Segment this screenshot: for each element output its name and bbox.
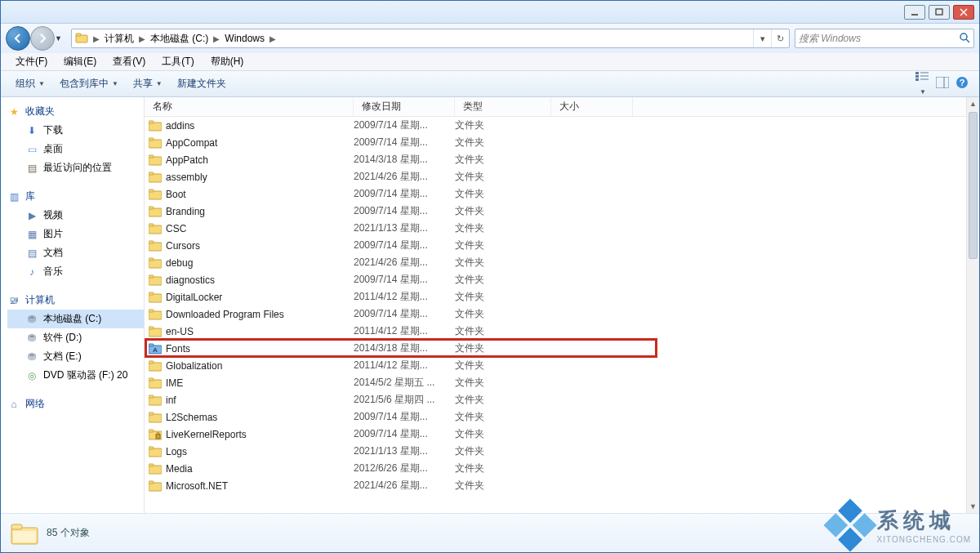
file-row[interactable]: Microsoft.NET2021/4/26 星期...文件夹: [145, 477, 966, 494]
close-button[interactable]: [953, 5, 974, 20]
help-button[interactable]: ?: [953, 76, 971, 91]
file-type: 文件夹: [455, 187, 551, 201]
file-row[interactable]: AppPatch2014/3/18 星期...文件夹: [145, 151, 966, 168]
file-date: 2021/4/26 星期...: [354, 256, 455, 270]
col-name[interactable]: 名称: [145, 97, 354, 116]
nav-item-recent[interactable]: ▤最近访问的位置: [7, 158, 144, 177]
file-date: 2021/4/26 星期...: [354, 479, 455, 493]
file-type: 文件夹: [455, 239, 551, 252]
favorites-header[interactable]: ★ 收藏夹: [7, 102, 144, 121]
file-date: 2014/3/18 星期...: [354, 341, 455, 355]
menu-tools[interactable]: 工具(T): [155, 53, 200, 70]
file-row[interactable]: AppCompat2009/7/14 星期...文件夹: [145, 134, 966, 151]
file-row[interactable]: inf2021/5/6 星期四 ...文件夹: [145, 391, 966, 408]
file-row[interactable]: assembly2021/4/26 星期...文件夹: [145, 168, 966, 185]
file-name: Branding: [166, 206, 354, 217]
file-date: 2011/4/12 星期...: [354, 290, 455, 304]
search-box[interactable]: 搜索 Windows: [795, 29, 974, 48]
search-placeholder: 搜索 Windows: [799, 32, 861, 46]
network-header[interactable]: ⌂ 网络: [7, 395, 144, 413]
svg-rect-10: [915, 78, 919, 81]
file-row[interactable]: addins2009/7/14 星期...文件夹: [145, 117, 966, 134]
organize-button[interactable]: 组织▼: [9, 74, 51, 94]
file-row[interactable]: LiveKernelReports2009/7/14 星期...文件夹: [145, 426, 966, 443]
file-row[interactable]: IME2014/5/2 星期五 ...文件夹: [145, 374, 966, 391]
file-row[interactable]: diagnostics2009/7/14 星期...文件夹: [145, 271, 966, 288]
scroll-down-arrow[interactable]: ▼: [967, 500, 979, 513]
svg-rect-8: [915, 72, 919, 74]
nav-item-desktop[interactable]: ▭桌面: [7, 140, 144, 158]
share-button[interactable]: 共享▼: [127, 74, 169, 94]
menu-help[interactable]: 帮助(H): [204, 53, 251, 70]
address-bar[interactable]: ▶ 计算机 ▶ 本地磁盘 (C:) ▶ Windows ▶ ▾ ↻: [71, 29, 790, 48]
nav-item-drive-d[interactable]: ⛃软件 (D:): [7, 328, 144, 347]
file-row[interactable]: en-US2011/4/12 星期...文件夹: [145, 323, 966, 340]
file-row[interactable]: Logs2021/1/13 星期...文件夹: [145, 443, 966, 460]
file-row[interactable]: Boot2009/7/14 星期...文件夹: [145, 185, 966, 203]
desktop-icon: ▭: [25, 143, 38, 156]
nav-history-dropdown[interactable]: ▼: [55, 34, 66, 42]
file-row[interactable]: debug2021/4/26 星期...文件夹: [145, 254, 966, 271]
col-date[interactable]: 修改日期: [354, 97, 455, 116]
libraries-header[interactable]: ▥ 库: [7, 187, 144, 206]
nav-item-drive-e[interactable]: ⛃文档 (E:): [7, 347, 144, 366]
menu-view[interactable]: 查看(V): [106, 53, 152, 70]
back-button[interactable]: [6, 26, 30, 51]
file-date: 2021/1/13 星期...: [354, 444, 455, 458]
file-row[interactable]: Branding2009/7/14 星期...文件夹: [145, 203, 966, 220]
file-row[interactable]: DigitalLocker2011/4/12 星期...文件夹: [145, 288, 966, 305]
nav-item-videos[interactable]: ▶视频: [7, 206, 144, 225]
col-type[interactable]: 类型: [455, 97, 551, 116]
nav-item-music[interactable]: ♪音乐: [7, 262, 144, 281]
minimize-button[interactable]: [904, 5, 925, 20]
svg-rect-52: [149, 395, 154, 398]
menu-edit[interactable]: 编辑(E): [57, 53, 103, 70]
nav-item-drive-c[interactable]: ⛃本地磁盘 (C:): [7, 310, 144, 328]
file-row[interactable]: Globalization2011/4/12 星期...文件夹: [145, 357, 966, 374]
file-row[interactable]: AFonts2014/3/18 星期...文件夹: [145, 340, 966, 357]
computer-header[interactable]: 🖳 计算机: [7, 291, 144, 310]
file-date: 2011/4/12 星期...: [354, 324, 455, 338]
nav-item-downloads[interactable]: ⬇下载: [7, 121, 144, 140]
file-date: 2009/7/14 星期...: [354, 307, 455, 321]
svg-rect-39: [149, 292, 154, 295]
breadcrumb[interactable]: 本地磁盘 (C:): [147, 32, 212, 46]
col-size[interactable]: 大小: [551, 97, 633, 116]
svg-line-7: [966, 39, 969, 42]
file-row[interactable]: Media2012/6/26 星期...文件夹: [145, 460, 966, 477]
breadcrumb[interactable]: 计算机: [101, 32, 137, 46]
scroll-thumb[interactable]: [969, 112, 978, 259]
file-date: 2011/4/12 星期...: [354, 359, 455, 372]
vertical-scrollbar[interactable]: ▲ ▼: [966, 97, 979, 513]
music-icon: ♪: [25, 265, 38, 279]
file-name: CSC: [166, 223, 354, 234]
nav-item-dvd[interactable]: ◎DVD 驱动器 (F:) 20: [7, 366, 144, 385]
forward-button[interactable]: [30, 26, 55, 51]
file-row[interactable]: Cursors2009/7/14 星期...文件夹: [145, 237, 966, 254]
nav-item-pictures[interactable]: ▦图片: [7, 225, 144, 243]
nav-item-documents[interactable]: ▤文档: [7, 243, 144, 262]
file-name: Fonts: [166, 343, 354, 355]
maximize-button[interactable]: [929, 5, 950, 20]
folder-icon: [145, 120, 166, 132]
search-icon[interactable]: [959, 32, 970, 46]
folder-icon: [145, 463, 166, 475]
file-row[interactable]: CSC2021/1/13 星期...文件夹: [145, 220, 966, 237]
view-mode-button[interactable]: ▼: [914, 71, 932, 96]
file-name: IME: [166, 377, 354, 389]
new-folder-button[interactable]: 新建文件夹: [171, 74, 233, 94]
breadcrumb[interactable]: Windows: [221, 33, 268, 44]
file-type: 文件夹: [455, 427, 551, 441]
scroll-up-arrow[interactable]: ▲: [967, 97, 979, 110]
refresh-button[interactable]: ↻: [771, 29, 789, 47]
svg-rect-35: [149, 258, 154, 261]
file-row[interactable]: L2Schemas2009/7/14 星期...文件夹: [145, 408, 966, 426]
svg-rect-5: [76, 33, 81, 36]
file-type: 文件夹: [455, 170, 551, 184]
file-name: addins: [166, 120, 354, 132]
address-dropdown[interactable]: ▾: [753, 29, 771, 47]
file-row[interactable]: Downloaded Program Files2009/7/14 星期...文…: [145, 305, 966, 323]
preview-pane-button[interactable]: [933, 77, 951, 91]
include-in-library-button[interactable]: 包含到库中▼: [53, 74, 125, 94]
menu-file[interactable]: 文件(F): [9, 53, 54, 70]
